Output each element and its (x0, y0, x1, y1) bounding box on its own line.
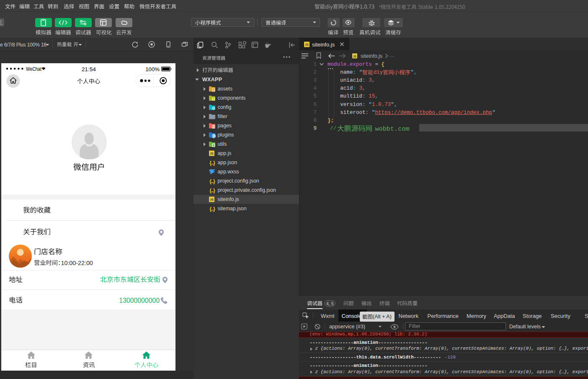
svg-text:{..}: {..} (209, 178, 215, 184)
svg-text:JS: JS (305, 43, 309, 46)
svg-text:{..}: {..} (209, 160, 215, 166)
svg-text:{..}: {..} (209, 206, 215, 212)
svg-text:JS: JS (353, 55, 357, 58)
svg-text:JS: JS (210, 198, 214, 201)
svg-text:{..}: {..} (209, 188, 215, 193)
svg-text:JS: JS (210, 152, 214, 155)
